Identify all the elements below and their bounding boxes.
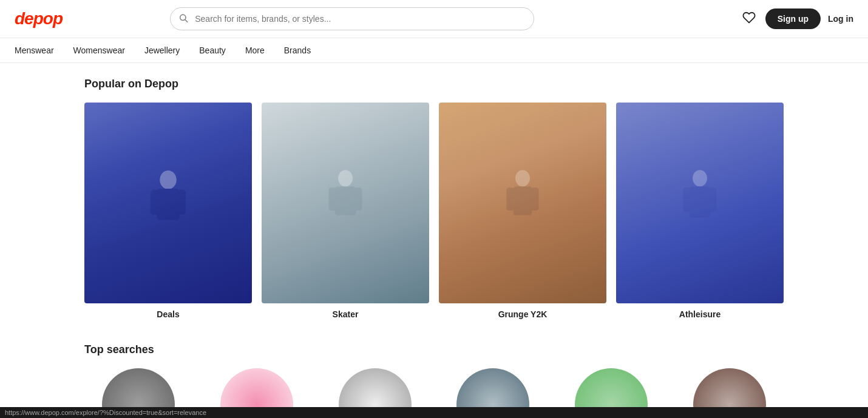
- login-button[interactable]: Log in: [828, 14, 853, 24]
- svg-rect-13: [531, 187, 539, 211]
- svg-point-10: [515, 170, 530, 186]
- popular-image-athleisure: [616, 103, 784, 303]
- status-bar: https://www.depop.com/explore/?%Discount…: [0, 407, 868, 418]
- svg-rect-16: [683, 187, 691, 211]
- popular-label-athleisure: Athleisure: [616, 309, 784, 319]
- popular-image-skater: [262, 103, 429, 303]
- svg-rect-9: [354, 187, 362, 211]
- nav-item-jewellery[interactable]: Jewellery: [144, 46, 180, 55]
- nav-item-brands[interactable]: Brands: [284, 46, 311, 55]
- svg-point-2: [160, 170, 176, 189]
- svg-point-6: [338, 170, 353, 186]
- svg-rect-4: [151, 189, 159, 214]
- nav-item-menswear[interactable]: Menswear: [15, 46, 54, 55]
- popular-label-skater: Skater: [262, 309, 429, 319]
- popular-card-deals[interactable]: Deals: [84, 103, 252, 319]
- nav-item-womenswear[interactable]: Womenswear: [73, 46, 125, 55]
- svg-rect-8: [329, 187, 337, 211]
- search-input[interactable]: [170, 7, 534, 30]
- status-url: https://www.depop.com/explore/?%Discount…: [5, 409, 206, 416]
- popular-image-deals: [84, 103, 252, 303]
- svg-point-14: [693, 170, 707, 186]
- popular-section-title: Popular on Depop: [84, 78, 784, 90]
- popular-section: Popular on Depop Deals: [84, 78, 784, 319]
- popular-card-grunge[interactable]: Grunge Y2K: [439, 103, 606, 319]
- svg-rect-11: [514, 186, 532, 215]
- popular-label-deals: Deals: [84, 309, 252, 319]
- svg-rect-17: [709, 187, 717, 211]
- svg-rect-15: [690, 186, 710, 217]
- grunge-image: [439, 103, 606, 303]
- skater-image: [262, 103, 429, 303]
- main-nav: Menswear Womenswear Jewellery Beauty Mor…: [0, 38, 868, 63]
- header: depop Sign up Log in: [0, 0, 868, 38]
- logo[interactable]: depop: [15, 9, 63, 29]
- top-searches-title: Top searches: [84, 343, 784, 356]
- popular-card-athleisure[interactable]: Athleisure: [616, 103, 784, 319]
- nav-item-more[interactable]: More: [245, 46, 265, 55]
- athleisure-image: [616, 103, 784, 303]
- deals-image: [84, 103, 252, 303]
- popular-card-skater[interactable]: Skater: [262, 103, 429, 319]
- wishlist-button[interactable]: [740, 8, 758, 30]
- search-container: [170, 7, 534, 30]
- popular-image-grunge: [439, 103, 606, 303]
- header-actions: Sign up Log in: [740, 8, 853, 30]
- svg-rect-3: [157, 189, 180, 220]
- popular-grid: Deals Skater: [84, 103, 784, 319]
- signup-button[interactable]: Sign up: [765, 8, 821, 29]
- svg-rect-12: [506, 187, 514, 211]
- svg-rect-5: [177, 189, 186, 214]
- main-content: Popular on Depop Deals: [70, 63, 798, 418]
- popular-label-grunge: Grunge Y2K: [439, 309, 606, 319]
- nav-item-beauty[interactable]: Beauty: [199, 46, 226, 55]
- svg-rect-7: [335, 186, 356, 215]
